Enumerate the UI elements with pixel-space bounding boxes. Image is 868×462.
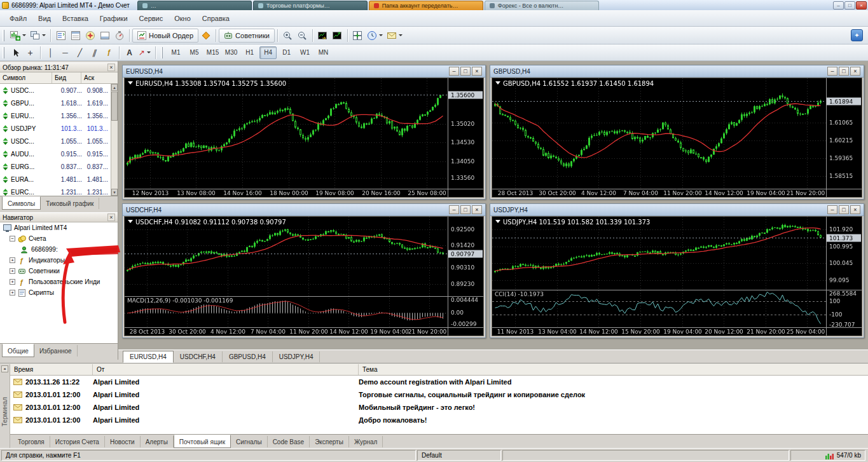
market-watch-header[interactable]: Обзор рынка: 11:31:47 × bbox=[0, 62, 118, 72]
tab-code-base[interactable]: Code Base bbox=[268, 436, 310, 447]
chart-canvas-eurusd[interactable] bbox=[125, 78, 483, 197]
expand-icon[interactable]: + bbox=[10, 279, 15, 285]
chart-canvas-usdjpy[interactable] bbox=[492, 217, 862, 336]
tab-news[interactable]: Новости bbox=[105, 436, 141, 447]
market-watch-row[interactable]: EURU...1.356...1.356... bbox=[0, 109, 118, 122]
minimize-button[interactable]: – bbox=[833, 1, 844, 10]
market-watch-row[interactable]: USDJPY101.3...101.3... bbox=[0, 122, 118, 135]
terminal-toggle-button[interactable] bbox=[97, 29, 112, 43]
market-watch-row[interactable]: USDC...0.907...0.908... bbox=[0, 84, 118, 97]
vertical-line-tool-button[interactable]: │ bbox=[43, 46, 58, 60]
chart-minimize-button[interactable]: – bbox=[827, 67, 837, 76]
tree-item-scripts[interactable]: +Скрипты bbox=[0, 287, 118, 298]
timeframe-m5[interactable]: M5 bbox=[186, 46, 203, 59]
chart-restore-button[interactable]: □ bbox=[460, 67, 471, 76]
titlebar[interactable]: 6686999: Alpari Limited MT4 - Демо Счет … bbox=[0, 0, 868, 10]
chart-shift-button[interactable] bbox=[330, 29, 345, 43]
chart-tab-gbpusd[interactable]: GBPUSD,H4 bbox=[223, 351, 273, 362]
market-watch-row[interactable]: EURC...1.231...1.231... bbox=[0, 186, 118, 196]
tab-account-history[interactable]: История Счета bbox=[50, 436, 105, 447]
horizontal-line-tool-button[interactable]: ─ bbox=[58, 46, 72, 60]
chart-restore-button[interactable]: □ bbox=[839, 205, 849, 214]
profiles-button[interactable] bbox=[28, 29, 48, 43]
menu-help[interactable]: Справка bbox=[196, 13, 235, 24]
chart-minimize-button[interactable]: – bbox=[827, 205, 837, 214]
chart-close-button[interactable]: × bbox=[472, 205, 482, 214]
tab-mailbox[interactable]: Почтовый ящик bbox=[174, 435, 231, 448]
zoom-in-button[interactable] bbox=[280, 29, 295, 43]
tree-item-accounts[interactable]: −Счета bbox=[0, 233, 118, 244]
chart-tab-usdjpy[interactable]: USDJPY,H4 bbox=[273, 351, 320, 362]
fibonacci-tool-button[interactable]: ƒ bbox=[102, 46, 116, 60]
terminal-close-icon[interactable]: × bbox=[1, 365, 8, 372]
scroll-down-icon[interactable]: ▼ bbox=[111, 189, 118, 196]
market-watch-scrollbar[interactable]: ▲▼ bbox=[111, 84, 118, 196]
menu-tools[interactable]: Сервис bbox=[134, 13, 169, 24]
notification-badge-icon[interactable]: ✦ bbox=[851, 29, 863, 41]
menu-view[interactable]: Вид bbox=[32, 13, 57, 24]
timeframe-h4[interactable]: H4 bbox=[259, 46, 277, 59]
navigator-close-icon[interactable]: × bbox=[107, 214, 115, 221]
browser-tab[interactable]: … bbox=[137, 1, 252, 10]
chart-tab-usdchf[interactable]: USDCHF,H4 bbox=[174, 351, 223, 362]
data-window-button[interactable] bbox=[68, 29, 83, 43]
market-watch-close-icon[interactable]: × bbox=[107, 64, 115, 71]
chart-window-titlebar[interactable]: EURUSD,H4 –□× bbox=[123, 65, 485, 78]
tab-signals[interactable]: Сигналы bbox=[231, 436, 268, 447]
timeframe-d1[interactable]: D1 bbox=[278, 46, 295, 59]
scroll-up-icon[interactable]: ▲ bbox=[111, 84, 118, 91]
auto-scroll-button[interactable] bbox=[315, 29, 330, 43]
tree-item-indicators[interactable]: +ƒИндикаторы bbox=[0, 255, 118, 266]
chart-close-button[interactable]: × bbox=[850, 205, 860, 214]
status-connection[interactable]: 547/0 kb bbox=[790, 450, 865, 461]
chart-canvas-gbpusd[interactable] bbox=[492, 78, 862, 197]
cursor-tool-button[interactable] bbox=[8, 46, 23, 60]
timeframe-w1[interactable]: W1 bbox=[296, 46, 313, 59]
timeframe-m30[interactable]: M30 bbox=[223, 46, 240, 59]
tab-journal[interactable]: Журнал bbox=[349, 436, 383, 447]
expand-icon[interactable]: + bbox=[10, 268, 15, 274]
toolbar-grip[interactable] bbox=[3, 47, 4, 58]
period-button[interactable] bbox=[365, 29, 385, 43]
menu-window[interactable]: Окно bbox=[169, 13, 196, 24]
mail-row[interactable]: 2013.11.26 11:22Alpari LimitedDemo accou… bbox=[10, 376, 868, 388]
toolbar-grip[interactable] bbox=[3, 30, 4, 41]
tab-alerts[interactable]: Алерты bbox=[141, 436, 174, 447]
menu-charts[interactable]: Графики bbox=[94, 13, 134, 24]
market-watch-row[interactable]: EURG...0.837...0.837... bbox=[0, 160, 118, 173]
mail-row[interactable]: 2013.01.01 12:00Alpari LimitedДобро пожа… bbox=[10, 414, 868, 426]
tree-item-account-number[interactable]: 6686999: bbox=[0, 244, 118, 255]
text-tool-button[interactable]: A bbox=[122, 46, 137, 60]
market-watch-row[interactable]: USDC...1.055...1.055... bbox=[0, 135, 118, 147]
new-chart-button[interactable] bbox=[8, 29, 28, 43]
maximize-button[interactable]: □ bbox=[844, 1, 855, 10]
tab-symbols[interactable]: Символы bbox=[2, 196, 41, 210]
templates-button[interactable] bbox=[385, 29, 404, 43]
tree-item-custom-indicators[interactable]: +ƒПользовательские Инди bbox=[0, 276, 118, 287]
strategy-tester-button[interactable] bbox=[112, 29, 127, 43]
chart-window-titlebar[interactable]: USDJPY,H4 –□× bbox=[490, 204, 864, 216]
chart-minimize-button[interactable]: – bbox=[449, 67, 459, 76]
tab-favorites[interactable]: Избранное bbox=[34, 345, 78, 357]
market-watch-row[interactable]: EURA...1.481...1.481... bbox=[0, 173, 118, 186]
collapse-icon[interactable]: − bbox=[10, 236, 15, 241]
crosshair-tool-button[interactable]: + bbox=[23, 46, 38, 60]
expand-icon[interactable]: + bbox=[10, 290, 15, 296]
browser-tab[interactable]: Торговые платформы… bbox=[253, 1, 368, 10]
timeframe-h1[interactable]: H1 bbox=[241, 46, 258, 59]
tab-common[interactable]: Общие bbox=[2, 344, 34, 357]
arrows-tool-button[interactable]: ↗ bbox=[137, 46, 153, 60]
status-profile[interactable]: Default bbox=[417, 450, 501, 461]
menu-file[interactable]: Файл bbox=[4, 13, 32, 24]
chart-restore-button[interactable]: □ bbox=[839, 67, 849, 76]
navigator-toggle-button[interactable] bbox=[83, 29, 97, 43]
arrange-windows-button[interactable] bbox=[350, 29, 365, 43]
chart-canvas-usdchf[interactable] bbox=[125, 217, 483, 336]
mail-row[interactable]: 2013.01.01 12:00Alpari LimitedМобильный … bbox=[10, 401, 868, 414]
tree-root-account-server[interactable]: Alpari Limited MT4 bbox=[0, 222, 118, 233]
chart-tab-eurusd[interactable]: EURUSD,H4 bbox=[123, 351, 174, 363]
chart-close-button[interactable]: × bbox=[472, 67, 482, 76]
market-watch-row[interactable]: GBPU...1.618...1.619... bbox=[0, 97, 118, 109]
market-watch-toggle-button[interactable] bbox=[53, 29, 68, 43]
scrollbar-thumb[interactable] bbox=[111, 92, 118, 121]
